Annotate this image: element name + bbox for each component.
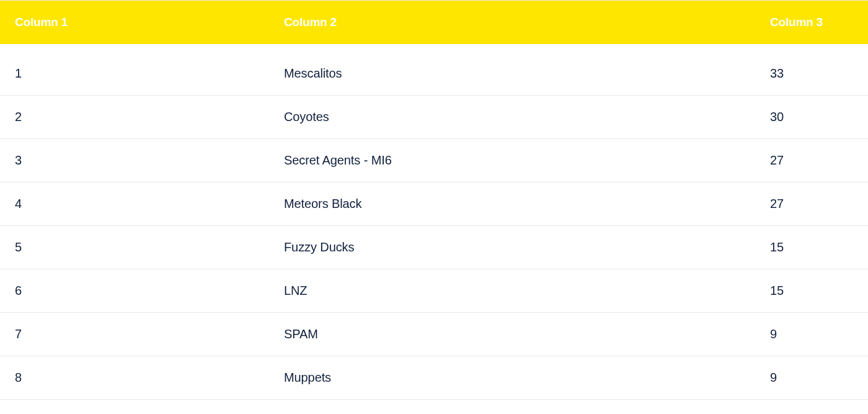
value-cell: 30 (755, 96, 868, 139)
rank-cell: 2 (0, 96, 269, 139)
table-row: 7 SPAM 9 (0, 313, 868, 356)
value-cell: 15 (755, 226, 868, 269)
table-row: 6 LNZ 15 (0, 269, 868, 313)
name-cell: LNZ (269, 269, 755, 313)
rank-cell: 1 (0, 44, 269, 96)
table-body: 1 Mescalitos 33 2 Coyotes 30 3 Secret Ag… (0, 44, 868, 400)
rank-cell: 4 (0, 182, 269, 226)
rank-cell: 5 (0, 226, 269, 269)
column-header-2: Column 2 (269, 1, 755, 44)
table-header: Column 1 Column 2 Column 3 (0, 1, 868, 44)
name-cell: Muppets (269, 356, 755, 400)
rank-cell: 6 (0, 269, 269, 313)
rank-cell: 3 (0, 139, 269, 182)
table-row: 4 Meteors Black 27 (0, 182, 868, 226)
value-cell: 27 (755, 182, 868, 226)
name-cell: Fuzzy Ducks (269, 226, 755, 269)
value-cell: 9 (755, 313, 868, 356)
value-cell: 9 (755, 356, 868, 400)
table-row: 3 Secret Agents - MI6 27 (0, 139, 868, 182)
name-cell: SPAM (269, 313, 755, 356)
table-header-row: Column 1 Column 2 Column 3 (0, 1, 868, 44)
value-cell: 27 (755, 139, 868, 182)
value-cell: 33 (755, 44, 868, 96)
name-cell: Meteors Black (269, 182, 755, 226)
table-row: 1 Mescalitos 33 (0, 44, 868, 96)
column-header-1: Column 1 (0, 1, 269, 44)
table-row: 5 Fuzzy Ducks 15 (0, 226, 868, 269)
name-cell: Mescalitos (269, 44, 755, 96)
rank-cell: 7 (0, 313, 269, 356)
name-cell: Coyotes (269, 96, 755, 139)
column-header-3: Column 3 (755, 1, 868, 44)
table-row: 8 Muppets 9 (0, 356, 868, 400)
rank-cell: 8 (0, 356, 269, 400)
table-row: 2 Coyotes 30 (0, 96, 868, 139)
value-cell: 15 (755, 269, 868, 313)
name-cell: Secret Agents - MI6 (269, 139, 755, 182)
standings-table: Column 1 Column 2 Column 3 1 Mescalitos … (0, 1, 868, 400)
standings-table-container: Column 1 Column 2 Column 3 1 Mescalitos … (0, 0, 868, 400)
